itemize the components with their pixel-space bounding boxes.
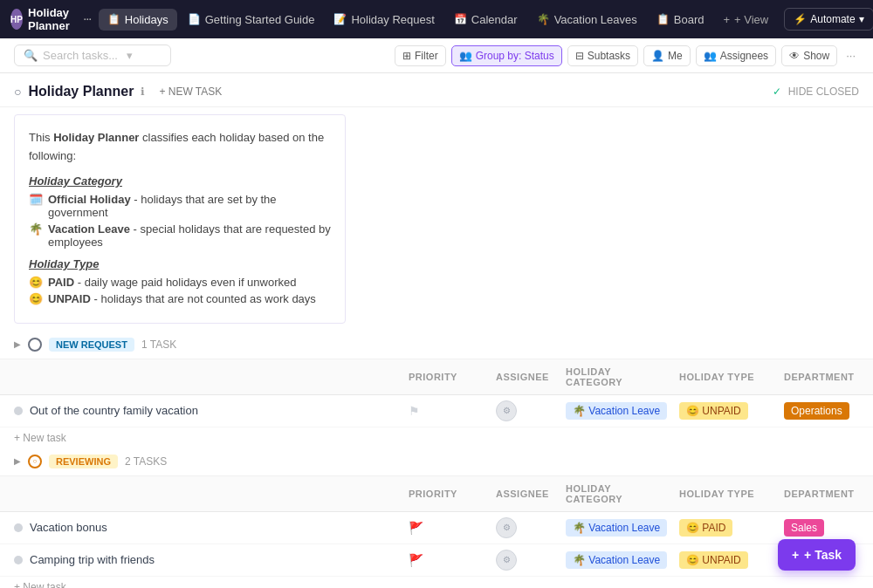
description-box: This Holiday Planner classifies each hol… [14, 114, 346, 324]
fab-label: + Task [804, 548, 842, 562]
new-task-button[interactable]: + NEW TASK [159, 85, 222, 98]
collapse-icon[interactable]: ○ [14, 85, 21, 99]
toolbar: 🔍 Search tasks... ▾ ⊞ Filter 👥 Group by:… [0, 38, 873, 73]
hide-closed-button[interactable]: ✓ HIDE CLOSED [773, 85, 859, 98]
avatar: ⚙ [496, 400, 517, 421]
subtasks-button[interactable]: ⊟ Subtasks [567, 45, 638, 66]
holiday-category-cell: 🌴 Vacation Leave [559, 516, 672, 540]
info-icon[interactable]: ℹ [141, 85, 145, 98]
planner-header: ○ Holiday Planner ℹ + NEW TASK ✓ HIDE CL… [0, 73, 873, 107]
holiday-type-cell: 😊 PAID [672, 516, 777, 540]
col-task-name [0, 373, 402, 380]
col-department: DEPARTMENT [777, 368, 873, 386]
task-name-cell: Out of the country family vacation [0, 400, 402, 420]
assignee-cell: ⚙ [489, 397, 559, 425]
group-new-request: ▶ NEW REQUEST 1 TASK PRIORITY ASSIGNEE H… [0, 331, 873, 448]
type-tag: 😊 UNPAID [679, 402, 748, 420]
getting-started-icon: 📄 [188, 13, 201, 25]
priority-flag-icon: 🚩 [409, 553, 423, 567]
new-request-badge: NEW REQUEST [49, 338, 134, 352]
group-by-icon: 👥 [459, 50, 472, 62]
holidays-icon: 📋 [107, 13, 120, 25]
check-icon: ✓ [773, 85, 781, 98]
reviewing-count: 2 TASKS [125, 455, 167, 468]
top-navigation: HP Holiday Planner ··· 📋 Holidays 📄 Gett… [0, 0, 873, 38]
official-icon: 🗓️ [29, 193, 43, 206]
category-vacation: 🌴 Vacation Leave - special holidays that… [29, 222, 331, 249]
search-box[interactable]: 🔍 Search tasks... ▾ [14, 44, 171, 66]
group-toggle-icon[interactable]: ▶ [14, 339, 21, 349]
nav-tab-vacation-leaves[interactable]: 🌴 Vacation Leaves [528, 9, 646, 31]
paid-icon: 😊 [29, 276, 43, 289]
task-row[interactable]: Camping trip with friends 🚩 ⚙ 🌴 Vacation… [0, 544, 873, 577]
add-task-link[interactable]: + New task [14, 581, 66, 588]
holiday-category-cell: 🌴 Vacation Leave [559, 548, 672, 572]
task-row[interactable]: Vacation bonus 🚩 ⚙ 🌴 Vacation Leave 😊 PA… [0, 512, 873, 544]
task-row[interactable]: Out of the country family vacation ⚑ ⚙ 🌴… [0, 395, 873, 427]
task-dot [14, 407, 23, 415]
group-reviewing: ▶ ○ REVIEWING 2 TASKS PRIORITY ASSIGNEE … [0, 448, 873, 588]
col-headers-new-request: PRIORITY ASSIGNEE HOLIDAY CATEGORY HOLID… [0, 359, 873, 395]
nav-tab-board-label: Board [674, 13, 705, 26]
priority-cell: 🚩 [402, 517, 489, 538]
nav-tab-holidays[interactable]: 📋 Holidays [99, 9, 177, 31]
group-reviewing-header[interactable]: ▶ ○ REVIEWING 2 TASKS [0, 448, 873, 476]
add-task-fab[interactable]: + + Task [778, 539, 856, 571]
col-assignee: ASSIGNEE [489, 368, 559, 386]
col-priority: PRIORITY [402, 368, 489, 386]
holiday-request-icon: 📝 [333, 13, 347, 25]
group-toggle-icon[interactable]: ▶ [14, 456, 21, 466]
type-tag: 😊 UNPAID [679, 551, 748, 569]
holiday-category-cell: 🌴 Vacation Leave [559, 399, 672, 423]
type-title: Holiday Type [29, 257, 331, 270]
avatar: ⚙ [496, 517, 517, 538]
view-label: + View [734, 13, 768, 26]
task-name: Camping trip with friends [30, 553, 155, 566]
group-by-label: Group by: Status [476, 50, 554, 62]
nav-tab-calendar[interactable]: 📅 Calendar [445, 9, 526, 31]
assignees-button[interactable]: 👥 Assignees [696, 45, 776, 66]
col-holiday-type: HOLIDAY TYPE [672, 485, 777, 503]
plus-icon: + [792, 548, 799, 562]
show-label: Show [803, 50, 829, 62]
type-unpaid: 😊 UNPAID - holidays that are not counted… [29, 292, 331, 305]
nav-tab-holidays-label: Holidays [125, 13, 168, 26]
page-title: Holiday Planner [28, 84, 134, 99]
calendar-icon: 📅 [454, 13, 467, 25]
toolbar-actions: ⊞ Filter 👥 Group by: Status ⊟ Subtasks 👤… [395, 45, 859, 66]
nav-tab-calendar-label: Calendar [471, 13, 518, 26]
department-cell: Sales [777, 516, 873, 540]
col-holiday-type: HOLIDAY TYPE [672, 368, 777, 386]
nav-tab-holiday-request-label: Holiday Request [351, 13, 434, 26]
filter-button[interactable]: ⊞ Filter [395, 45, 446, 66]
status-circle-reviewing: ○ [28, 455, 42, 468]
col-priority: PRIORITY [402, 485, 489, 503]
nav-tab-holiday-request[interactable]: 📝 Holiday Request [325, 9, 443, 31]
add-task-link[interactable]: + New task [14, 432, 66, 444]
toolbar-more-dots[interactable]: ··· [842, 45, 859, 65]
search-chevron-icon: ▾ [127, 49, 133, 62]
nav-tab-getting-started[interactable]: 📄 Getting Started Guide [179, 9, 324, 31]
app-menu-dots[interactable]: ··· [84, 14, 92, 24]
nav-actions: ⚡ Automate ▾ ↗ Share [784, 8, 873, 31]
col-holiday-category: HOLIDAY CATEGORY [559, 480, 672, 508]
group-by-button[interactable]: 👥 Group by: Status [451, 45, 562, 66]
nav-tab-board[interactable]: 📋 Board [648, 9, 713, 31]
logo-icon: HP [10, 9, 23, 30]
me-icon: 👤 [651, 50, 664, 62]
new-request-count: 1 TASK [141, 338, 176, 351]
unpaid-icon: 😊 [29, 292, 43, 305]
nav-tab-vacation-label: Vacation Leaves [554, 13, 637, 26]
priority-cell: ⚑ [402, 400, 489, 421]
automate-button[interactable]: ⚡ Automate ▾ [784, 8, 873, 31]
description-intro: This Holiday Planner classifies each hol… [29, 129, 331, 166]
me-button[interactable]: 👤 Me [643, 45, 691, 66]
group-new-request-header[interactable]: ▶ NEW REQUEST 1 TASK [0, 331, 873, 359]
board-icon: 📋 [656, 13, 670, 25]
dept-tag: Sales [784, 519, 824, 537]
avatar-gear-icon: ⚙ [503, 406, 511, 415]
new-task-row: + New task [0, 577, 873, 588]
avatar-gear-icon: ⚙ [503, 523, 511, 532]
show-button[interactable]: 👁 Show [781, 45, 837, 66]
nav-tab-view[interactable]: + + View [715, 9, 778, 31]
